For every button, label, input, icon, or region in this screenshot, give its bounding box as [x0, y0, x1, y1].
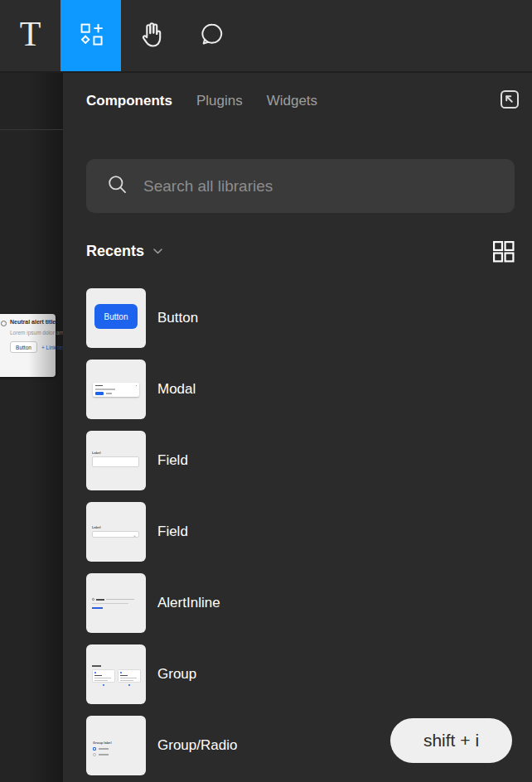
figma-app: T — [0, 0, 532, 782]
thumb-group-label: Group label — [93, 741, 112, 745]
canvas-area[interactable]: Neutral alert title Lorem ipsum dolor am… — [0, 73, 63, 782]
component-thumbnail — [86, 360, 146, 419]
thumb-button-preview: Button — [94, 304, 138, 329]
hand-tool-button[interactable] — [121, 0, 181, 71]
thumb-field-label: Label — [92, 525, 101, 529]
component-name: Field — [157, 452, 188, 469]
shortcut-hint-badge: shift + i — [390, 718, 512, 763]
search-icon — [106, 173, 128, 199]
thumb-field-label: Label — [92, 451, 101, 455]
popout-panel-button[interactable] — [497, 89, 522, 113]
recents-header: Recents — [86, 239, 515, 263]
component-thumbnail: Button — [86, 288, 146, 348]
component-name: Group — [157, 666, 196, 683]
component-thumbnail: Label ⌄ — [86, 502, 146, 562]
recents-label: Recents — [86, 243, 144, 260]
thumb-field-preview — [92, 456, 139, 467]
comment-tool-button[interactable] — [181, 0, 242, 71]
assets-tool-button[interactable] — [60, 0, 121, 71]
component-thumbnail — [86, 573, 146, 633]
alert-title: Neutral alert title — [10, 319, 56, 325]
radio-selected-icon — [93, 747, 96, 751]
thumb-modal-preview — [93, 383, 139, 397]
assets-panel: Components Plugins Widgets Search all li… — [63, 73, 532, 782]
radio-unselected-icon — [93, 753, 96, 756]
canvas-alert-component[interactable]: Neutral alert title Lorem ipsum dolor am… — [0, 314, 56, 377]
search-placeholder: Search all libraries — [143, 177, 273, 196]
popout-icon — [497, 87, 522, 115]
component-name: Field — [157, 524, 188, 540]
assets-icon — [78, 21, 104, 51]
list-item-modal[interactable]: Modal — [86, 360, 517, 419]
list-item-button[interactable]: Button Button — [86, 288, 517, 348]
component-thumbnail: Group label — [86, 716, 146, 775]
toolbar: T — [0, 0, 532, 71]
comment-icon — [199, 21, 225, 51]
component-name: Group/Radio — [157, 737, 237, 754]
component-name: Modal — [157, 381, 196, 398]
component-thumbnail: Label — [86, 431, 146, 490]
list-item-group[interactable]: Group — [86, 644, 517, 704]
alert-button[interactable]: Button — [10, 341, 37, 353]
tab-plugins[interactable]: Plugins — [196, 83, 243, 119]
list-item-field-select[interactable]: Label ⌄ Field — [86, 502, 517, 562]
panel-tabs: Components Plugins Widgets — [86, 83, 317, 119]
component-name: Button — [157, 310, 198, 326]
list-item-field[interactable]: Label Field — [86, 431, 517, 490]
alert-info-icon — [1, 321, 7, 326]
tab-widgets[interactable]: Widgets — [267, 83, 317, 119]
component-thumbnail — [86, 644, 146, 704]
thumb-select-preview: ⌄ — [92, 531, 139, 538]
chevron-down-icon[interactable] — [152, 248, 163, 255]
hand-icon — [138, 20, 166, 51]
grid-view-icon[interactable] — [491, 239, 515, 263]
component-name: AlertInline — [157, 595, 220, 611]
panel-shadow — [0, 73, 63, 782]
search-input[interactable]: Search all libraries — [86, 159, 515, 213]
tab-components[interactable]: Components — [86, 83, 172, 119]
list-item-alertinline[interactable]: AlertInline — [86, 573, 517, 633]
text-tool-icon: T — [20, 17, 41, 55]
text-tool-button[interactable]: T — [0, 0, 60, 71]
